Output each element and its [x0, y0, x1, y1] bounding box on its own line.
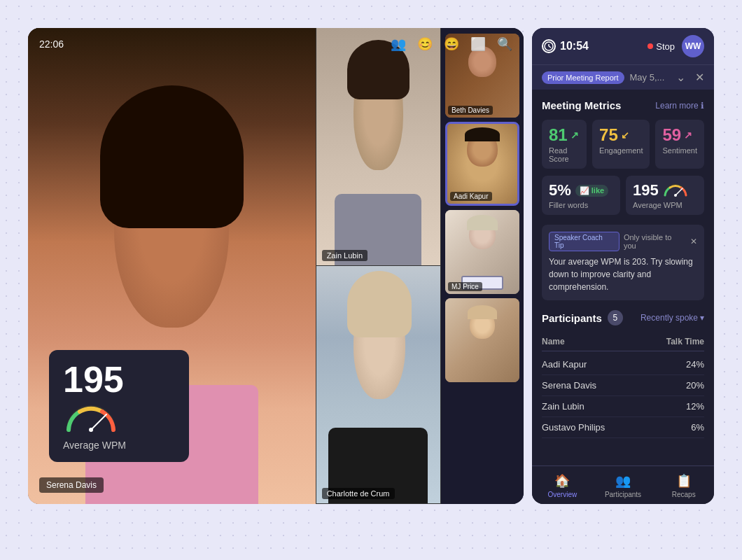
user-avatar: WW [682, 35, 704, 57]
gauge-chart [63, 402, 119, 433]
svg-line-4 [549, 46, 551, 48]
close-icon[interactable]: ✕ [695, 71, 704, 84]
report-bar: Prior Meeting Report May 5,... ⌄ ✕ [532, 64, 714, 90]
avg-wpm-value: 195 [633, 181, 697, 200]
video-grid: Serena Davis 195 [28, 28, 524, 504]
metrics-section-header: Meeting Metrics Learn more ℹ [542, 99, 704, 111]
svg-point-6 [674, 194, 677, 197]
tab-recaps[interactable]: 📋 Recaps [653, 466, 714, 504]
mini-gauge-icon [663, 183, 688, 198]
timer-icon [542, 39, 556, 53]
participant-name: Gustavo Philips [542, 422, 605, 433]
wpm-label: Average WPM [63, 440, 175, 451]
meeting-time: 22:06 [39, 38, 64, 50]
participant-talk-time: 6% [691, 422, 704, 433]
participant-name: Aadi Kapur [542, 359, 587, 370]
panel-body: Meeting Metrics Learn more ℹ 81 ↗ Read S… [532, 90, 714, 465]
video-header: 22:06 👥 😊 😄 ⬜ 🔍 [28, 28, 524, 60]
coach-tip-header: Speaker Coach Tip Only visible to you ✕ [549, 232, 697, 251]
participant-name: Zain Lubin [542, 401, 584, 412]
wpm-overlay-card: 195 [49, 350, 189, 462]
svg-line-0 [91, 414, 106, 430]
zain-lubin-video: Zain Lubin [316, 28, 440, 266]
svg-line-5 [676, 188, 682, 195]
engagement-label: Engagement [599, 146, 643, 155]
report-tag[interactable]: Prior Meeting Report [542, 71, 624, 84]
participants-icon: 👥 [615, 473, 631, 489]
aadi-kapur-badge: Aadi Kapur [450, 192, 491, 201]
beth-davies-badge: Beth Davies [448, 106, 493, 115]
read-score-label: Read Score [549, 146, 580, 163]
tab-participants[interactable]: 👥 Participants [593, 466, 654, 504]
mj-price-badge: MJ Price [448, 282, 482, 291]
share-icon[interactable]: ⬜ [470, 36, 486, 52]
recently-spoke-label: Recently spoke [640, 313, 698, 323]
participant-talk-time: 24% [686, 359, 704, 370]
main-speaker-pane: Serena Davis 195 [28, 28, 316, 504]
emoji-icon[interactable]: 😊 [417, 36, 433, 52]
participant-name: Serena Davis [542, 380, 596, 391]
table-row: Aadi Kapur 24% [542, 354, 704, 375]
overview-tab-label: Overview [547, 491, 577, 498]
table-row: Serena Davis 20% [542, 375, 704, 396]
sentiment-card: 59 ↗ Sentiment [655, 120, 704, 169]
table-row: Gustavo Philips 6% [542, 417, 704, 438]
report-date: May 5,... [630, 72, 665, 83]
trend-icon: 📈 [580, 186, 589, 195]
filler-words-card: 5% 📈 like Filler words [542, 176, 620, 215]
sentiment-value: 59 ↗ [662, 125, 697, 145]
like-badge: 📈 like [575, 185, 608, 197]
stop-label: Stop [656, 41, 675, 52]
coach-close-button[interactable]: ✕ [690, 237, 697, 246]
read-score-card: 81 ↗ Read Score [542, 120, 587, 169]
read-score-value: 81 ↗ [549, 125, 580, 145]
dropdown-chevron-icon: ▾ [700, 313, 704, 323]
recaps-tab-label: Recaps [672, 491, 696, 498]
coach-visibility-label: Only visible to you [624, 233, 686, 250]
filler-words-value: 5% 📈 like [549, 181, 613, 200]
secondary-videos: Zain Lubin Charlotte de Crum [316, 28, 440, 504]
stop-button[interactable]: Stop [648, 41, 675, 52]
panel-footer: 🏠 Overview 👥 Participants 📋 Recaps [532, 465, 714, 504]
participants-count-badge: 5 [608, 310, 623, 326]
participant-talk-time: 20% [686, 380, 704, 391]
recently-spoke-dropdown[interactable]: Recently spoke ▾ [640, 313, 704, 323]
participants-section: Participants 5 Recently spoke ▾ Name Tal… [542, 310, 704, 438]
coach-tip-tag: Speaker Coach Tip [549, 232, 620, 251]
people-icon[interactable]: 👥 [391, 36, 406, 52]
info-icon: ℹ [701, 101, 704, 111]
sentiment-arrow: ↗ [684, 130, 692, 141]
engagement-arrow: ↙ [621, 130, 629, 141]
learn-more-link[interactable]: Learn more ℹ [655, 101, 704, 111]
mj-price-thumb: MJ Price [445, 210, 519, 294]
main-container: 22:06 👥 😊 😄 ⬜ 🔍 [28, 28, 714, 532]
svg-point-1 [89, 428, 93, 432]
participant-talk-time: 12% [686, 401, 704, 412]
engagement-card: 75 ↙ Engagement [592, 120, 650, 169]
participants-header: Participants 5 Recently spoke ▾ [542, 310, 704, 326]
recaps-icon: 📋 [676, 473, 692, 489]
filler-words-label: Filler words [549, 201, 613, 209]
tab-overview[interactable]: 🏠 Overview [532, 466, 593, 504]
avg-wpm-label: Average WPM [633, 201, 697, 209]
more-icon[interactable]: 🔍 [497, 36, 512, 52]
engagement-value: 75 ↙ [599, 125, 643, 145]
reaction-icon[interactable]: 😄 [444, 36, 459, 52]
charlotte-decrum-video: Charlotte de Crum [316, 266, 440, 504]
table-row: Zain Lubin 12% [542, 396, 704, 417]
participants-table: Name Talk Time Aadi Kapur 24% Serena Dav… [542, 332, 704, 438]
timer-display: 10:54 [542, 39, 589, 53]
avg-wpm-card: 195 Average WPM [626, 176, 704, 215]
video-controls: 👥 😊 😄 ⬜ 🔍 [391, 36, 512, 52]
participants-tab-label: Participants [605, 491, 641, 498]
meeting-metrics-section: Meeting Metrics Learn more ℹ 81 ↗ Read S… [542, 99, 704, 215]
timer-value: 10:54 [560, 40, 589, 52]
clock-icon [544, 41, 554, 51]
serena-davis-badge: Serena Davis [39, 477, 104, 493]
metrics-title: Meeting Metrics [542, 99, 621, 111]
table-header-row: Name Talk Time [542, 332, 704, 351]
read-score-arrow: ↗ [570, 130, 579, 141]
thumbnail-strip: Beth Davies Aadi Kapur [440, 28, 524, 504]
fourth-thumb [445, 298, 519, 382]
chevron-down-icon[interactable]: ⌄ [676, 71, 685, 84]
